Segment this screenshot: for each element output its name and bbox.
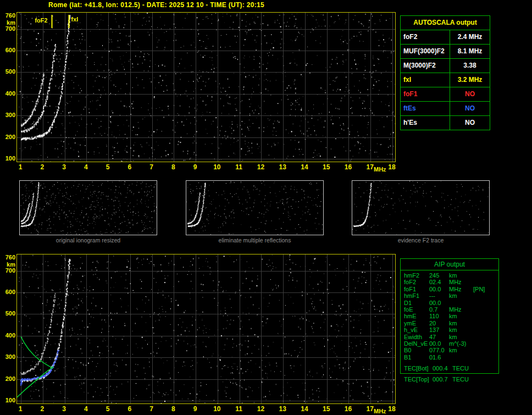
- aip-param-unit: MHz: [449, 286, 473, 292]
- top-x-tick-label: 9: [193, 163, 197, 171]
- aip-param-label: D1: [404, 300, 429, 306]
- aip-param-label: TEC[Top]: [404, 376, 433, 383]
- bottom-x-tick-label: 13: [279, 405, 286, 413]
- top-x-axis-unit: MHz: [374, 166, 386, 173]
- top-x-tick-label: 6: [128, 163, 131, 171]
- aip-param-unit: TECU: [452, 376, 476, 383]
- autoscala-row-fof2: foF22.4 MHz: [401, 30, 490, 45]
- autoscala-table-title: AUTOSCALA output: [401, 16, 490, 30]
- top-x-tick-label: 15: [323, 163, 330, 171]
- top-y-tick-label: 760: [1, 12, 15, 19]
- top-x-tick-label: 11: [235, 163, 242, 171]
- bottom-x-tick-label: 5: [106, 405, 110, 413]
- fxI-annotation-label: fxI: [71, 16, 78, 23]
- top-x-tick-label: 2: [40, 163, 44, 171]
- thumbnail-caption-original: original ionogram resized: [19, 237, 157, 244]
- bottom-x-tick-label: 4: [84, 405, 88, 413]
- autoscala-param-label: foF2: [401, 30, 450, 44]
- top-ionogram-plot: [16, 12, 396, 162]
- aip-param-label: foE: [404, 306, 429, 313]
- aip-param-value: 245: [429, 272, 449, 279]
- foF2-annotation-label: foF2: [26, 17, 48, 24]
- aip-row-fof2: foF202.4MHz: [404, 279, 498, 285]
- autoscala-param-label: h'Es: [401, 116, 450, 130]
- thumbnail-f2-canvas: [352, 181, 489, 235]
- aip-param-value: 077.0: [429, 347, 449, 353]
- top-x-tick-label: 12: [257, 163, 264, 171]
- thumbnail-original-canvas: [20, 181, 157, 235]
- aip-param-value: 20: [429, 320, 449, 327]
- aip-tec-top-row: TEC[Top]000.7TECU: [404, 376, 476, 383]
- aip-param-label: ymE: [404, 320, 429, 327]
- autoscala-row-m-3000-f2: M(3000)F23.38: [401, 59, 490, 73]
- aip-output-table: AIP output hmF2245kmfoF202.4MHzfoF100.0M…: [400, 258, 499, 374]
- aip-param-unit: km: [449, 292, 473, 299]
- autoscala-row-h-es: h'EsNO: [401, 116, 490, 130]
- autoscala-param-label: MUF(3000)F2: [401, 45, 450, 58]
- aip-param-unit: km: [449, 313, 473, 319]
- bottom-x-tick-label: 10: [213, 405, 220, 413]
- top-y-tick-label: 300: [1, 112, 15, 118]
- autoscala-param-value: NO: [450, 87, 490, 101]
- bottom-x-tick-label: 18: [388, 405, 395, 413]
- aip-param-unit: km: [449, 320, 473, 327]
- autoscala-param-label: fxI: [401, 73, 450, 87]
- aip-param-label: hmF2: [404, 272, 429, 279]
- thumbnail-original-ionogram: [19, 180, 157, 235]
- bottom-x-tick-label: 8: [171, 405, 175, 413]
- aip-param-value: 47: [429, 334, 449, 340]
- aip-param-label: hmE: [404, 313, 429, 319]
- aip-row-hmf2: hmF2245km: [404, 272, 498, 279]
- bottom-x-tick-label: 2: [40, 405, 44, 413]
- autoscala-row-muf-3000-f2: MUF(3000)F28.1 MHz: [401, 45, 490, 59]
- top-x-tick-label: 13: [279, 163, 286, 171]
- autoscala-param-label: M(3000)F2: [401, 59, 450, 73]
- top-x-tick-label: 10: [213, 163, 220, 171]
- top-y-tick-label: 200: [1, 134, 15, 140]
- top-y-tick-label: 700: [1, 25, 15, 32]
- autoscala-param-value: 2.4 MHz: [450, 30, 490, 44]
- aip-row-h-ve: h_vE137km: [404, 327, 498, 333]
- bottom-x-tick-label: 15: [323, 405, 330, 413]
- aip-param-value: 000.4: [433, 365, 452, 372]
- top-x-tick-label: 7: [149, 163, 153, 171]
- top-x-tick-label: 8: [171, 163, 175, 171]
- top-y-axis-unit: km: [1, 19, 15, 26]
- aip-param-value: 0.7: [429, 306, 449, 313]
- bottom-x-tick-label: 1: [19, 405, 23, 413]
- bottom-x-tick-label: 7: [149, 405, 153, 413]
- aip-row-hmf1: hmF1---km: [404, 292, 498, 299]
- aip-param-label: Ewidth: [404, 334, 429, 340]
- thumbnail-eliminate-reflections: [186, 180, 324, 235]
- autoscala-row-fxi: fxI3.2 MHz: [401, 73, 490, 87]
- aip-param-label: foF2: [404, 279, 429, 285]
- aip-param-unit: MHz: [449, 279, 473, 285]
- aip-param-value: 00.0: [429, 340, 449, 347]
- top-y-tick-label: 600: [1, 47, 15, 53]
- thumbnail-caption-eliminate: eliminate multiple reflections: [186, 237, 324, 244]
- bottom-y-tick-label: 500: [1, 310, 15, 317]
- autoscala-table-rows: foF22.4 MHzMUF(3000)F28.1 MHzM(3000)F23.…: [401, 30, 490, 130]
- top-y-tick-label: 400: [1, 90, 15, 97]
- top-y-tick-label: 100: [1, 155, 15, 162]
- aip-table-title: AIP output: [401, 259, 498, 270]
- aip-param-label: B0: [404, 347, 429, 353]
- aip-param-unit: TECU: [452, 365, 476, 372]
- top-x-tick-label: 1: [19, 163, 23, 171]
- aip-param-unit: MHz: [449, 306, 473, 313]
- bottom-ionogram-plot: [16, 254, 396, 404]
- top-x-tick-label: 16: [345, 163, 352, 171]
- autoscala-param-value: 3.2 MHz: [450, 73, 490, 87]
- bottom-y-tick-label: 600: [1, 289, 15, 295]
- top-x-tick-label: 3: [62, 163, 66, 171]
- aip-row-ewidth: Ewidth47km: [404, 334, 498, 340]
- bottom-y-tick-label: 100: [1, 397, 15, 403]
- aip-row-yme: ymE20km: [404, 320, 498, 327]
- aip-param-unit: [449, 300, 473, 306]
- bottom-y-axis-unit: km: [1, 261, 15, 268]
- autoscala-param-label: foF1: [401, 87, 450, 101]
- aip-param-label: hmF1: [404, 292, 429, 299]
- bottom-y-tick-label: 300: [1, 353, 15, 360]
- autoscala-param-value: 3.38: [450, 59, 490, 73]
- bottom-x-tick-label: 14: [301, 405, 308, 413]
